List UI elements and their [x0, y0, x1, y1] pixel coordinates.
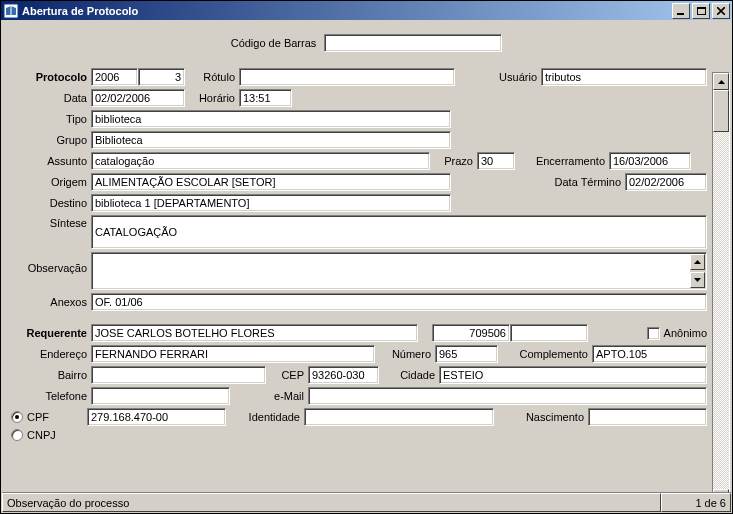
grupo-label: Grupo — [7, 134, 91, 146]
anexos-label: Anexos — [7, 296, 91, 308]
grupo-field[interactable]: Biblioteca — [91, 131, 451, 149]
cnpj-radio[interactable] — [11, 429, 23, 441]
data-termino-field[interactable]: 02/02/2006 — [625, 173, 707, 191]
assunto-field[interactable]: catalogação — [91, 152, 430, 170]
nascimento-label: Nascimento — [494, 411, 588, 423]
destino-field[interactable]: biblioteca 1 [DEPARTAMENTO] — [91, 194, 451, 212]
app-window: Abertura de Protocolo Código de Barras P… — [0, 0, 733, 514]
protocolo-num-field[interactable]: 3 — [138, 68, 185, 86]
svg-rect-3 — [697, 7, 706, 9]
minimize-button[interactable] — [672, 3, 690, 19]
email-label: e-Mail — [230, 390, 308, 402]
tipo-label: Tipo — [7, 113, 91, 125]
window-title: Abertura de Protocolo — [22, 5, 670, 17]
encerramento-label: Encerramento — [515, 155, 609, 167]
data-label: Data — [7, 92, 91, 104]
maximize-button[interactable] — [692, 3, 710, 19]
app-icon — [3, 3, 19, 19]
usuario-label: Usuário — [455, 71, 541, 83]
origem-label: Origem — [7, 176, 91, 188]
usuario-field[interactable]: tributos — [541, 68, 707, 86]
bairro-label: Bairro — [7, 369, 91, 381]
identidade-field[interactable] — [304, 408, 494, 426]
cep-field[interactable]: 93260-030 — [308, 366, 379, 384]
destino-label: Destino — [7, 197, 91, 209]
observacao-field[interactable] — [91, 252, 707, 290]
sintese-label: Síntese — [7, 215, 91, 229]
horario-field[interactable]: 13:51 — [239, 89, 292, 107]
requerente-extra-field[interactable] — [510, 324, 588, 342]
complemento-field[interactable]: APTO.105 — [592, 345, 707, 363]
cpf-radio[interactable] — [11, 411, 23, 423]
form-panel: Protocolo 2006 3 Rótulo Usuário tributos… — [7, 68, 707, 473]
barcode-row: Código de Barras — [7, 26, 726, 60]
horario-label: Horário — [185, 92, 239, 104]
numero-field[interactable]: 965 — [435, 345, 498, 363]
data-field[interactable]: 02/02/2006 — [91, 89, 185, 107]
endereco-label: Endereço — [7, 348, 91, 360]
status-right: 1 de 6 — [661, 493, 731, 512]
origem-field[interactable]: ALIMENTAÇÃO ESCOLAR [SETOR] — [91, 173, 451, 191]
scroll-up-icon[interactable] — [713, 73, 729, 90]
numero-label: Número — [375, 348, 435, 360]
rotulo-field[interactable] — [239, 68, 455, 86]
cidade-label: Cidade — [379, 369, 439, 381]
codigo-barras-label: Código de Barras — [231, 37, 321, 49]
main-scrollbar[interactable] — [712, 72, 730, 507]
nascimento-field[interactable] — [588, 408, 707, 426]
titlebar: Abertura de Protocolo — [1, 1, 732, 20]
observacao-label: Observação — [7, 252, 91, 274]
protocolo-label: Protocolo — [7, 71, 91, 83]
encerramento-field[interactable]: 16/03/2006 — [609, 152, 691, 170]
telefone-label: Telefone — [7, 390, 91, 402]
tipo-field[interactable]: biblioteca — [91, 110, 451, 128]
prazo-field[interactable]: 30 — [477, 152, 515, 170]
codigo-barras-field[interactable] — [324, 34, 502, 52]
cep-label: CEP — [266, 369, 308, 381]
cnpj-label: CNPJ — [27, 429, 56, 441]
requerente-label: Requerente — [7, 327, 91, 339]
cidade-field[interactable]: ESTEIO — [439, 366, 707, 384]
rotulo-label: Rótulo — [185, 71, 239, 83]
anonimo-checkbox[interactable] — [647, 327, 660, 340]
anonimo-label: Anônimo — [664, 327, 707, 339]
sintese-field[interactable]: CATALOGAÇÃO — [91, 215, 707, 249]
scroll-thumb[interactable] — [713, 90, 729, 132]
window-controls — [670, 3, 730, 19]
data-termino-label: Data Término — [451, 176, 625, 188]
prazo-label: Prazo — [430, 155, 477, 167]
assunto-label: Assunto — [7, 155, 91, 167]
bairro-field[interactable] — [91, 366, 266, 384]
scroll-up-icon[interactable] — [690, 254, 705, 270]
status-bar: Observação do processo 1 de 6 — [2, 492, 731, 512]
requerente-code-field[interactable]: 709506 — [432, 324, 510, 342]
cpf-field[interactable]: 279.168.470-00 — [87, 408, 226, 426]
complemento-label: Complemento — [498, 348, 592, 360]
protocolo-year-field[interactable]: 2006 — [91, 68, 138, 86]
identidade-label: Identidade — [226, 411, 304, 423]
svg-rect-1 — [677, 13, 684, 15]
requerente-field[interactable]: JOSE CARLOS BOTELHO FLORES — [91, 324, 418, 342]
telefone-field[interactable] — [91, 387, 230, 405]
endereco-field[interactable]: FERNANDO FERRARI — [91, 345, 375, 363]
observacao-scrollbar[interactable] — [690, 254, 705, 288]
scroll-track[interactable] — [713, 132, 729, 489]
cpf-label: CPF — [27, 411, 49, 423]
status-left: Observação do processo — [2, 493, 661, 512]
anexos-field[interactable]: OF. 01/06 — [91, 293, 707, 311]
email-field[interactable] — [308, 387, 707, 405]
close-button[interactable] — [712, 3, 730, 19]
scroll-down-icon[interactable] — [690, 272, 705, 288]
client-area: Código de Barras Protocolo 2006 3 Rótulo… — [1, 20, 732, 513]
